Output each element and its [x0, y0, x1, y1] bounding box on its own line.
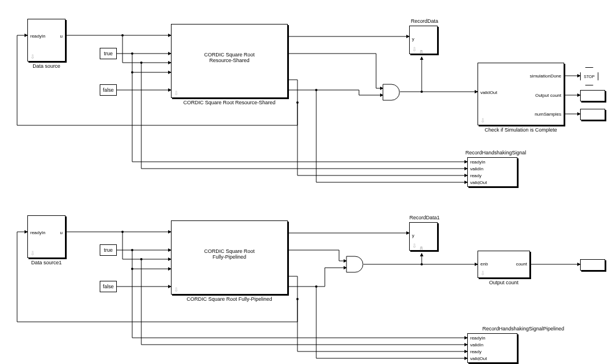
trigger-icon: ⎍ — [420, 246, 423, 251]
cordic-title-1: CORDIC Square Root — [172, 248, 287, 254]
port-outcount: Output count — [535, 93, 561, 98]
port-readyin: readyIn — [30, 34, 46, 39]
port-readyin: readyIn — [30, 230, 46, 235]
cordic-title-2: Fully-Pipelined — [172, 254, 287, 260]
label-handshake-pipe: RecordHandshakingSignalPipelined — [450, 326, 564, 332]
badge-icon: ⇩ — [480, 270, 485, 276]
port-enb: enb — [480, 261, 488, 267]
cordic-title-1: CORDIC Square Root — [172, 52, 287, 58]
label-output-count: Output count — [478, 280, 530, 285]
badge-icon: ⇩ — [480, 117, 485, 124]
hs-readyin: readyIn — [470, 159, 486, 165]
block-record-data1[interactable]: y ⇩ ⎍ — [409, 222, 438, 251]
badge-icon: ⇩ — [30, 250, 35, 256]
trigger-icon: ⎍ — [420, 49, 423, 54]
badge-icon: ⇩ — [412, 46, 417, 52]
port-count: count — [516, 261, 527, 267]
port-u: u — [60, 230, 63, 235]
badge-icon: ⇩ — [477, 181, 481, 186]
hs-validin: validIn — [470, 342, 483, 347]
display-outcount[interactable] — [580, 90, 605, 101]
block-handshake[interactable]: readyIn validIn ready validOut ⇩ — [467, 157, 517, 187]
label-cordic-fp: CORDIC Square Root Fully-Pipelined — [171, 296, 288, 302]
block-data-source1[interactable]: readyIn u ⇩ — [27, 215, 66, 258]
port-numsamples: numSamples — [535, 112, 561, 117]
badge-icon: ⇩ — [174, 90, 178, 96]
label-data-source: Data source — [27, 63, 66, 69]
port-simdone: simulationDone — [530, 73, 561, 79]
badge-icon: ⇩ — [477, 357, 481, 362]
label-record-data: RecordData — [399, 18, 450, 24]
port-y: y — [412, 233, 414, 238]
badge-icon: ⇩ — [174, 287, 178, 293]
hs-ready: ready — [470, 173, 482, 178]
label-handshake: RecordHandshakingSignal — [450, 150, 541, 156]
port-u: u — [60, 34, 63, 39]
badge-icon: ⇩ — [30, 54, 35, 60]
badge-icon: ⇩ — [412, 243, 417, 249]
const-true-1[interactable]: true — [100, 244, 117, 256]
label-check-sim: Check if Simulation is Complete — [478, 127, 564, 133]
hs-ready: ready — [470, 349, 482, 354]
block-record-data[interactable]: y ⇩ ⎍ — [409, 26, 438, 54]
label-data-source1: Data source1 — [27, 260, 66, 265]
const-true[interactable]: true — [100, 48, 117, 59]
const-false-1[interactable]: false — [100, 281, 117, 292]
block-cordic-rs[interactable]: CORDIC Square Root Resource-Shared ⇩ — [171, 24, 288, 98]
display-numsamples[interactable] — [580, 109, 605, 120]
port-y: y — [412, 36, 414, 42]
display-count[interactable] — [580, 259, 605, 271]
label-cordic-rs: CORDIC Square Root Resource-Shared — [171, 100, 288, 105]
block-check-sim[interactable]: validOut simulationDone Output count num… — [478, 63, 564, 125]
block-handshake-pipe[interactable]: readyIn validIn ready validOut ⇩ — [467, 333, 517, 363]
cordic-title-2: Resource-Shared — [172, 58, 287, 63]
port-validout-in: validOut — [480, 90, 497, 95]
stop-text: STOP — [584, 75, 595, 79]
const-false[interactable]: false — [100, 84, 117, 96]
label-record-data1: RecordData1 — [399, 215, 450, 220]
hs-readyin: readyIn — [470, 336, 486, 341]
block-cordic-fp[interactable]: CORDIC Square Root Fully-Pipelined ⇩ — [171, 220, 288, 295]
block-output-count[interactable]: enb count ⇩ — [478, 251, 530, 278]
block-data-source[interactable]: readyIn u ⇩ — [27, 19, 66, 62]
hs-validin: validIn — [470, 166, 483, 171]
